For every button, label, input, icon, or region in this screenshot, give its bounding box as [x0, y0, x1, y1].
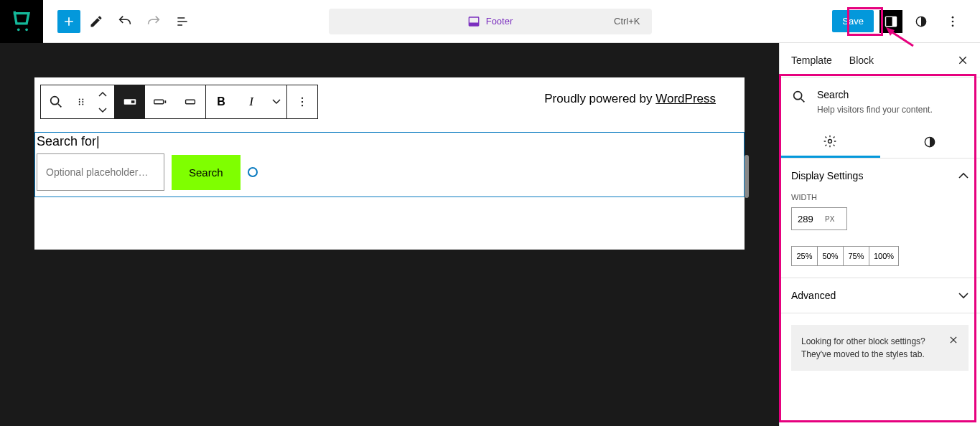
tab-template[interactable]: Template — [791, 44, 832, 76]
top-toolbar: Footer Ctrl+K Save — [0, 0, 980, 43]
svg-point-23 — [302, 101, 303, 103]
document-title: Footer — [486, 16, 513, 27]
styles-button[interactable] — [908, 9, 934, 34]
styles-notice: Looking for other block settings? They'v… — [791, 325, 969, 371]
svg-rect-18 — [131, 100, 135, 103]
layout-button-only-icon — [182, 94, 198, 110]
search-submit-button[interactable]: Search — [172, 155, 241, 190]
svg-rect-20 — [164, 100, 166, 103]
svg-point-25 — [794, 92, 802, 100]
document-bar[interactable]: Footer Ctrl+K — [329, 9, 652, 34]
undo-button[interactable] — [112, 9, 138, 34]
svg-point-13 — [79, 101, 80, 103]
move-down-button[interactable] — [91, 102, 114, 118]
svg-point-1 — [25, 28, 28, 31]
width-50-button[interactable]: 50% — [818, 247, 844, 265]
plus-icon — [62, 14, 76, 29]
svg-point-11 — [79, 99, 80, 100]
svg-point-12 — [82, 99, 83, 100]
width-percent-buttons: 25% 50% 75% 100% — [791, 246, 899, 266]
subtab-styles[interactable] — [880, 126, 981, 158]
svg-point-15 — [79, 104, 80, 105]
layout-no-button-button[interactable] — [145, 85, 175, 118]
footer-credit: Proudly powered by WordPress — [544, 92, 716, 106]
chevron-down-icon — [98, 108, 107, 113]
block-title: Search — [817, 89, 933, 100]
layout-button-inside-icon — [122, 94, 138, 110]
search-placeholder-input[interactable] — [37, 153, 164, 191]
close-sidebar-button[interactable] — [957, 55, 969, 66]
footer-template-icon — [467, 15, 480, 28]
panel-advanced: Advanced — [780, 278, 980, 313]
svg-point-16 — [82, 104, 83, 105]
resize-handle[interactable] — [248, 167, 258, 177]
notice-dismiss-button[interactable] — [948, 335, 958, 345]
search-icon — [48, 94, 64, 110]
block-toolbar: B I — [40, 85, 318, 119]
toolbar-right: Save — [832, 9, 980, 34]
move-up-button[interactable] — [91, 85, 114, 102]
svg-point-14 — [82, 101, 83, 103]
pencil-icon — [89, 14, 103, 29]
cart-logo-icon — [9, 9, 34, 34]
dots-vertical-icon — [296, 95, 309, 108]
svg-point-9 — [952, 24, 954, 27]
block-header: Search Help visitors find your content. — [780, 77, 980, 126]
redo-button[interactable] — [141, 9, 167, 34]
settings-panel-toggle[interactable] — [879, 10, 902, 33]
toolbar-left — [43, 9, 195, 34]
chevron-up-icon — [98, 91, 107, 97]
site-logo[interactable] — [0, 0, 43, 43]
workspace: B I Proudly powered by WordPress Search … — [0, 43, 980, 426]
edit-mode-button[interactable] — [83, 9, 109, 34]
search-icon — [791, 89, 807, 105]
bold-button[interactable]: B — [206, 85, 236, 118]
sidebar-subtabs — [780, 126, 980, 158]
svg-point-8 — [952, 20, 954, 22]
panel-toggle-display[interactable]: Display Settings — [791, 170, 969, 181]
italic-icon: I — [249, 95, 253, 109]
block-type-button[interactable] — [41, 85, 71, 118]
width-input[interactable] — [792, 214, 825, 224]
editor-canvas-area: B I Proudly powered by WordPress Search … — [0, 43, 779, 426]
svg-rect-19 — [154, 100, 164, 104]
tab-block[interactable]: Block — [849, 44, 874, 76]
layout-button-only-button[interactable] — [175, 85, 205, 118]
svg-point-10 — [51, 97, 59, 105]
close-icon — [948, 335, 958, 345]
svg-point-22 — [302, 98, 303, 99]
width-label: Width — [791, 193, 969, 202]
more-menu-button[interactable] — [940, 9, 966, 34]
search-block[interactable]: Search for Search — [34, 132, 745, 197]
width-25-button[interactable]: 25% — [792, 247, 818, 265]
svg-rect-5 — [892, 16, 897, 26]
svg-point-26 — [828, 139, 831, 143]
width-unit[interactable]: PX — [825, 215, 839, 223]
more-text-button[interactable] — [266, 85, 286, 118]
svg-rect-21 — [186, 100, 195, 104]
chevron-down-icon — [958, 292, 969, 299]
sidebar-tabs: Template Block — [780, 43, 980, 77]
sidebar-icon — [884, 14, 898, 29]
chevron-down-icon — [272, 99, 281, 105]
wordpress-link[interactable]: WordPress — [655, 92, 716, 105]
panel-display-settings: Display Settings Width PX 25% 50% 75% 10… — [780, 158, 980, 278]
italic-button[interactable]: I — [236, 85, 266, 118]
close-icon — [957, 55, 969, 66]
canvas[interactable]: B I Proudly powered by WordPress Search … — [34, 77, 745, 250]
document-overview-button[interactable] — [169, 9, 195, 34]
layout-label-button-button[interactable] — [115, 85, 145, 118]
search-label-input[interactable]: Search for — [35, 133, 100, 153]
block-more-button[interactable] — [287, 85, 317, 118]
width-75-button[interactable]: 75% — [844, 247, 869, 265]
bold-icon: B — [217, 95, 225, 108]
notice-text: Looking for other block settings? They'v… — [801, 335, 940, 361]
block-description: Help visitors find your content. — [817, 105, 933, 115]
panel-toggle-advanced[interactable]: Advanced — [791, 290, 969, 301]
chevron-up-icon — [958, 172, 969, 179]
add-block-button[interactable] — [57, 10, 80, 33]
save-button[interactable]: Save — [832, 10, 874, 32]
drag-handle[interactable] — [71, 85, 91, 118]
width-100-button[interactable]: 100% — [869, 247, 898, 265]
subtab-settings[interactable] — [780, 126, 880, 158]
